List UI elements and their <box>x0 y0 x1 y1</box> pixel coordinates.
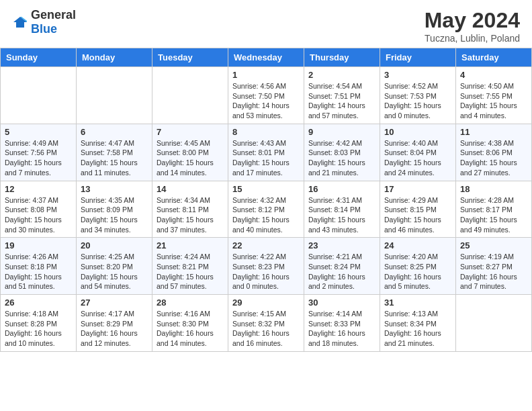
day-detail-18: Sunrise: 4:28 AM Sunset: 8:17 PM Dayligh… <box>460 195 527 235</box>
day-detail-23: Sunrise: 4:21 AM Sunset: 8:24 PM Dayligh… <box>308 252 375 291</box>
header-tuesday: Tuesday <box>152 48 228 67</box>
day-number-23: 23 <box>308 240 375 250</box>
day-number-22: 22 <box>232 240 300 250</box>
day-detail-14: Sunrise: 4:34 AM Sunset: 8:11 PM Dayligh… <box>157 195 224 235</box>
day-number-25: 25 <box>460 240 527 250</box>
cell-4-6 <box>456 295 532 352</box>
day-detail-21: Sunrise: 4:24 AM Sunset: 8:21 PM Dayligh… <box>157 252 224 291</box>
cell-0-3: 1Sunrise: 4:56 AM Sunset: 7:50 PM Daylig… <box>228 67 304 124</box>
day-number-19: 19 <box>5 240 72 250</box>
day-number-14: 14 <box>157 184 224 194</box>
cell-3-5: 24Sunrise: 4:20 AM Sunset: 8:25 PM Dayli… <box>380 238 456 295</box>
week-row-2: 12Sunrise: 4:37 AM Sunset: 8:08 PM Dayli… <box>1 181 532 238</box>
day-number-24: 24 <box>384 240 451 250</box>
cell-4-2: 28Sunrise: 4:16 AM Sunset: 8:30 PM Dayli… <box>152 295 228 352</box>
logo-general: General <box>31 8 76 21</box>
cell-3-6: 25Sunrise: 4:19 AM Sunset: 8:27 PM Dayli… <box>456 238 532 295</box>
week-row-0: 1Sunrise: 4:56 AM Sunset: 7:50 PM Daylig… <box>1 67 532 124</box>
cell-2-0: 12Sunrise: 4:37 AM Sunset: 8:08 PM Dayli… <box>1 181 77 238</box>
title-location: Tuczna, Lublin, Poland <box>425 33 520 44</box>
day-number-12: 12 <box>5 184 72 194</box>
day-number-31: 31 <box>384 298 451 308</box>
day-number-6: 6 <box>81 127 148 137</box>
cell-3-0: 19Sunrise: 4:26 AM Sunset: 8:18 PM Dayli… <box>1 238 77 295</box>
day-detail-22: Sunrise: 4:22 AM Sunset: 8:23 PM Dayligh… <box>232 252 300 291</box>
cell-0-1 <box>77 67 152 124</box>
day-number-9: 9 <box>308 127 375 137</box>
cell-0-4: 2Sunrise: 4:54 AM Sunset: 7:51 PM Daylig… <box>304 67 380 124</box>
calendar-body: 1Sunrise: 4:56 AM Sunset: 7:50 PM Daylig… <box>1 67 532 352</box>
header-wednesday: Wednesday <box>228 48 304 67</box>
day-number-1: 1 <box>232 70 300 80</box>
day-number-5: 5 <box>5 127 72 137</box>
title-month: May 2024 <box>425 8 520 33</box>
day-number-10: 10 <box>384 127 451 137</box>
title-block: May 2024 Tuczna, Lublin, Poland <box>425 8 520 44</box>
day-number-16: 16 <box>308 184 375 194</box>
header-saturday: Saturday <box>456 48 532 67</box>
day-number-21: 21 <box>157 240 224 250</box>
day-detail-29: Sunrise: 4:15 AM Sunset: 8:32 PM Dayligh… <box>232 309 300 349</box>
day-detail-16: Sunrise: 4:31 AM Sunset: 8:14 PM Dayligh… <box>308 195 375 235</box>
day-number-11: 11 <box>460 127 527 137</box>
day-detail-12: Sunrise: 4:37 AM Sunset: 8:08 PM Dayligh… <box>5 195 72 235</box>
svg-marker-0 <box>13 17 27 28</box>
day-detail-26: Sunrise: 4:18 AM Sunset: 8:28 PM Dayligh… <box>5 309 72 349</box>
day-detail-2: Sunrise: 4:54 AM Sunset: 7:51 PM Dayligh… <box>308 81 375 121</box>
day-detail-3: Sunrise: 4:52 AM Sunset: 7:53 PM Dayligh… <box>384 81 451 121</box>
cell-2-3: 15Sunrise: 4:32 AM Sunset: 8:12 PM Dayli… <box>228 181 304 238</box>
day-detail-25: Sunrise: 4:19 AM Sunset: 8:27 PM Dayligh… <box>460 252 527 291</box>
day-detail-10: Sunrise: 4:40 AM Sunset: 8:04 PM Dayligh… <box>384 138 451 178</box>
day-number-7: 7 <box>157 127 224 137</box>
page-header: General Blue May 2024 Tuczna, Lublin, Po… <box>0 0 532 48</box>
day-number-29: 29 <box>232 298 300 308</box>
day-detail-20: Sunrise: 4:25 AM Sunset: 8:20 PM Dayligh… <box>81 252 148 291</box>
calendar-table: Sunday Monday Tuesday Wednesday Thursday… <box>0 48 532 352</box>
cell-1-5: 10Sunrise: 4:40 AM Sunset: 8:04 PM Dayli… <box>380 124 456 181</box>
cell-1-0: 5Sunrise: 4:49 AM Sunset: 7:56 PM Daylig… <box>1 124 77 181</box>
cell-2-5: 17Sunrise: 4:29 AM Sunset: 8:15 PM Dayli… <box>380 181 456 238</box>
day-number-30: 30 <box>308 298 375 308</box>
logo-icon <box>12 15 28 29</box>
cell-2-2: 14Sunrise: 4:34 AM Sunset: 8:11 PM Dayli… <box>152 181 228 238</box>
day-number-26: 26 <box>5 298 72 308</box>
day-detail-11: Sunrise: 4:38 AM Sunset: 8:06 PM Dayligh… <box>460 138 527 178</box>
cell-4-4: 30Sunrise: 4:14 AM Sunset: 8:33 PM Dayli… <box>304 295 380 352</box>
cell-0-0 <box>1 67 77 124</box>
day-detail-6: Sunrise: 4:47 AM Sunset: 7:58 PM Dayligh… <box>81 138 148 178</box>
cell-3-2: 21Sunrise: 4:24 AM Sunset: 8:21 PM Dayli… <box>152 238 228 295</box>
day-detail-19: Sunrise: 4:26 AM Sunset: 8:18 PM Dayligh… <box>5 252 72 291</box>
week-row-4: 26Sunrise: 4:18 AM Sunset: 8:28 PM Dayli… <box>1 295 532 352</box>
day-detail-7: Sunrise: 4:45 AM Sunset: 8:00 PM Dayligh… <box>157 138 224 178</box>
day-detail-17: Sunrise: 4:29 AM Sunset: 8:15 PM Dayligh… <box>384 195 451 235</box>
day-detail-27: Sunrise: 4:17 AM Sunset: 8:29 PM Dayligh… <box>81 309 148 349</box>
header-friday: Friday <box>380 48 456 67</box>
calendar-header: Sunday Monday Tuesday Wednesday Thursday… <box>1 48 532 67</box>
cell-2-1: 13Sunrise: 4:35 AM Sunset: 8:09 PM Dayli… <box>77 181 152 238</box>
cell-4-5: 31Sunrise: 4:13 AM Sunset: 8:34 PM Dayli… <box>380 295 456 352</box>
day-number-27: 27 <box>81 298 148 308</box>
day-number-15: 15 <box>232 184 300 194</box>
day-detail-5: Sunrise: 4:49 AM Sunset: 7:56 PM Dayligh… <box>5 138 72 178</box>
cell-2-4: 16Sunrise: 4:31 AM Sunset: 8:14 PM Dayli… <box>304 181 380 238</box>
cell-4-1: 27Sunrise: 4:17 AM Sunset: 8:29 PM Dayli… <box>77 295 152 352</box>
cell-0-6: 4Sunrise: 4:50 AM Sunset: 7:55 PM Daylig… <box>456 67 532 124</box>
cell-4-0: 26Sunrise: 4:18 AM Sunset: 8:28 PM Dayli… <box>1 295 77 352</box>
cell-1-2: 7Sunrise: 4:45 AM Sunset: 8:00 PM Daylig… <box>152 124 228 181</box>
day-detail-4: Sunrise: 4:50 AM Sunset: 7:55 PM Dayligh… <box>460 81 527 121</box>
day-number-2: 2 <box>308 70 375 80</box>
day-detail-31: Sunrise: 4:13 AM Sunset: 8:34 PM Dayligh… <box>384 309 451 349</box>
cell-2-6: 18Sunrise: 4:28 AM Sunset: 8:17 PM Dayli… <box>456 181 532 238</box>
header-thursday: Thursday <box>304 48 380 67</box>
day-number-18: 18 <box>460 184 527 194</box>
day-detail-8: Sunrise: 4:43 AM Sunset: 8:01 PM Dayligh… <box>232 138 300 178</box>
header-sunday: Sunday <box>1 48 77 67</box>
cell-1-6: 11Sunrise: 4:38 AM Sunset: 8:06 PM Dayli… <box>456 124 532 181</box>
cell-1-1: 6Sunrise: 4:47 AM Sunset: 7:58 PM Daylig… <box>77 124 152 181</box>
cell-3-4: 23Sunrise: 4:21 AM Sunset: 8:24 PM Dayli… <box>304 238 380 295</box>
header-monday: Monday <box>77 48 152 67</box>
week-row-1: 5Sunrise: 4:49 AM Sunset: 7:56 PM Daylig… <box>1 124 532 181</box>
cell-3-3: 22Sunrise: 4:22 AM Sunset: 8:23 PM Dayli… <box>228 238 304 295</box>
cell-1-3: 8Sunrise: 4:43 AM Sunset: 8:01 PM Daylig… <box>228 124 304 181</box>
cell-1-4: 9Sunrise: 4:42 AM Sunset: 8:03 PM Daylig… <box>304 124 380 181</box>
